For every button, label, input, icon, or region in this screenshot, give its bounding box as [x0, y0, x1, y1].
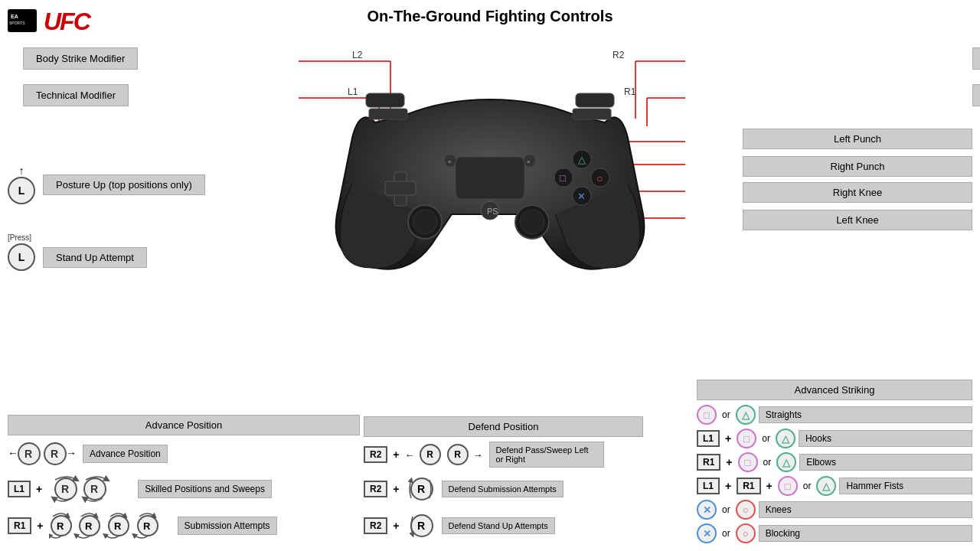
- svg-text:R: R: [51, 448, 58, 460]
- svg-text:R: R: [143, 520, 151, 532]
- straights-label: Straights: [759, 406, 972, 423]
- svg-point-22: [413, 210, 437, 234]
- svg-text:SPORTS: SPORTS: [9, 21, 25, 25]
- left-stick-posture: ↑ L Posture Up (top positions only): [8, 165, 205, 204]
- logo-area: EA SPORTS UFC: [8, 6, 90, 37]
- svg-rect-34: [576, 93, 614, 107]
- svg-rect-20: [385, 181, 416, 195]
- svg-text:R: R: [417, 483, 425, 495]
- svg-text:△: △: [578, 154, 586, 165]
- advanced-striking-section: Advanced Striking □ or △ Straights L1 + …: [697, 380, 972, 547]
- svg-text:R: R: [57, 520, 64, 532]
- svg-rect-25: [456, 157, 524, 199]
- svg-text:R: R: [24, 448, 32, 460]
- svg-text:←: ←: [8, 447, 18, 459]
- controller-image: ≡ ≡ PS △ □ ○ ✕: [291, 34, 689, 310]
- svg-text:R: R: [85, 520, 93, 532]
- svg-text:R: R: [114, 520, 122, 532]
- left-stick-standup: [Press] L Stand Up Attempt: [8, 233, 147, 271]
- svg-rect-35: [573, 109, 611, 119]
- right-knee-label: Right Knee: [743, 182, 972, 206]
- defend-section: Defend Position R2 + ← R R → Defend Pass…: [364, 416, 643, 547]
- svg-text:□: □: [560, 172, 566, 184]
- svg-text:PS: PS: [487, 207, 498, 216]
- left-punch-label: Left Punch: [743, 129, 972, 152]
- svg-text:EA: EA: [11, 14, 18, 19]
- svg-text:○: ○: [596, 172, 603, 184]
- svg-rect-32: [366, 93, 404, 107]
- svg-text:R: R: [417, 520, 425, 532]
- right-punch-label: Right Punch: [743, 156, 972, 180]
- square-btn: □: [697, 405, 717, 425]
- left-knee-label: Left Knee: [743, 210, 972, 233]
- svg-point-24: [520, 210, 544, 234]
- svg-text:✕: ✕: [577, 191, 586, 202]
- triangle-btn: △: [736, 405, 756, 425]
- svg-text:R: R: [61, 483, 69, 495]
- page-title: On-The-Ground Fighting Controls: [0, 0, 980, 29]
- advance-section: Advance Position ← R R → Advance Positio…: [8, 415, 360, 547]
- svg-text:≡: ≡: [527, 159, 530, 165]
- svg-text:R: R: [90, 483, 98, 495]
- svg-text:→: →: [66, 447, 77, 459]
- l1-box: L1: [697, 430, 720, 447]
- ufc-logo: UFC: [44, 8, 90, 36]
- svg-rect-33: [369, 109, 407, 119]
- svg-text:≡: ≡: [448, 159, 451, 165]
